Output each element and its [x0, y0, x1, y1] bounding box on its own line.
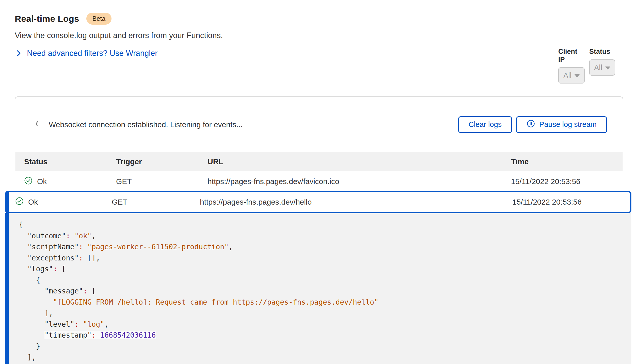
pause-icon: [527, 119, 535, 130]
wrangler-link-label: Need advanced filters? Use Wrangler: [27, 49, 158, 58]
page-header: Real-time Logs Beta: [15, 13, 112, 25]
check-circle-icon: [24, 176, 33, 187]
log-table-header: Status Trigger URL Time: [15, 152, 623, 171]
beta-badge: Beta: [86, 13, 112, 25]
pause-log-stream-button[interactable]: Pause log stream: [516, 116, 607, 133]
client-ip-dropdown[interactable]: All: [558, 67, 585, 84]
filter-client-ip: Client IP All: [558, 48, 585, 84]
status-text: Ok: [28, 198, 38, 206]
clear-logs-button[interactable]: Clear logs: [458, 116, 512, 133]
check-circle-icon: [15, 197, 24, 207]
caret-down-icon: [575, 74, 580, 77]
url-cell: https://pages-fns.pages.dev/favicon.ico: [208, 177, 511, 186]
pause-log-stream-label: Pause log stream: [539, 120, 597, 129]
status-cell: Ok: [15, 197, 112, 207]
time-cell: 15/11/2022 20:53:56: [512, 198, 630, 206]
log-panel-toolbar: Websocket connection established. Listen…: [15, 97, 623, 152]
column-header-url: URL: [208, 157, 511, 166]
expanded-log-entry: Ok GET https://pages-fns.pages.dev/hello…: [5, 191, 631, 364]
log-json: { "outcome": "ok", "scriptName": "pages-…: [19, 219, 631, 363]
url-cell: https://pages-fns.pages.dev/hello: [200, 198, 512, 206]
table-row-selected[interactable]: Ok GET https://pages-fns.pages.dev/hello…: [5, 191, 631, 213]
time-cell: 15/11/2022 20:53:56: [511, 177, 623, 186]
table-row[interactable]: Ok GET https://pages-fns.pages.dev/favic…: [15, 171, 623, 191]
page-title: Real-time Logs: [15, 14, 79, 24]
column-header-status: Status: [24, 157, 116, 166]
status-dropdown[interactable]: All: [589, 59, 615, 76]
column-header-trigger: Trigger: [116, 157, 208, 166]
column-header-time: Time: [511, 157, 623, 166]
clear-logs-label: Clear logs: [469, 120, 502, 129]
wrangler-filters-link[interactable]: Need advanced filters? Use Wrangler: [14, 49, 158, 58]
spinner-icon: [36, 120, 43, 129]
client-ip-label: Client IP: [558, 48, 585, 63]
chevron-right-icon: [14, 49, 23, 58]
log-json-viewer: { "outcome": "ok", "scriptName": "pages-…: [5, 213, 631, 364]
status-text: Ok: [37, 177, 47, 186]
trigger-cell: GET: [112, 198, 200, 206]
status-label: Status: [589, 48, 615, 56]
client-ip-value: All: [563, 71, 571, 80]
log-actions: Clear logs Pause log stream: [458, 116, 607, 133]
status-value: All: [594, 63, 602, 72]
filter-status: Status All: [589, 48, 615, 76]
connection-message: Websocket connection established. Listen…: [49, 120, 243, 129]
caret-down-icon: [605, 67, 610, 70]
trigger-cell: GET: [116, 177, 208, 186]
log-panel: Websocket connection established. Listen…: [15, 96, 623, 191]
page-subtitle: View the console.log output and errors f…: [15, 31, 223, 40]
connection-status: Websocket connection established. Listen…: [36, 120, 243, 129]
status-cell: Ok: [24, 176, 116, 187]
